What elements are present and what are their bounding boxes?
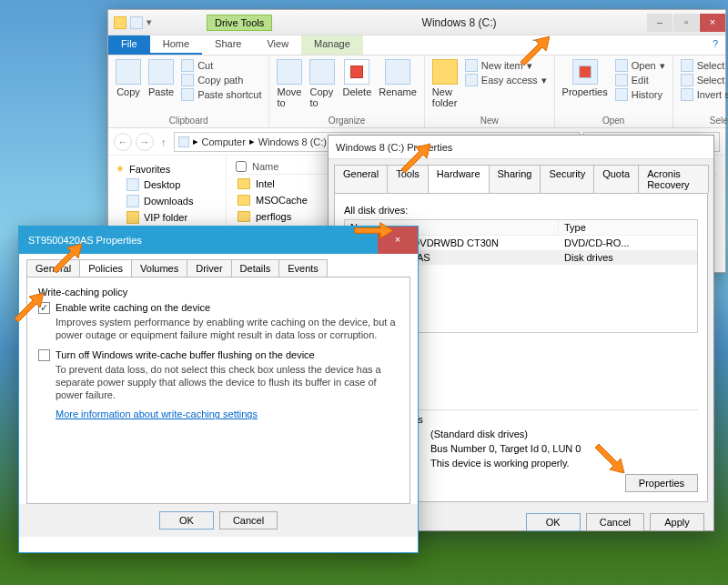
breadcrumb-computer[interactable]: Computer <box>202 136 246 147</box>
close-button[interactable]: × <box>378 227 418 254</box>
easy-access-button[interactable]: Easy access ▾ <box>465 74 547 86</box>
group-new-title: New <box>480 116 499 126</box>
nav-favorites[interactable]: ★Favorites <box>112 161 222 177</box>
apply-button[interactable]: Apply <box>650 513 704 531</box>
tab-security[interactable]: Security <box>540 165 594 193</box>
edit-button[interactable]: Edit <box>615 74 665 86</box>
tab-volumes[interactable]: Volumes <box>131 259 187 277</box>
device-properties-button[interactable]: Properties <box>625 474 698 492</box>
edit-icon <box>615 74 628 86</box>
dialog-titlebar[interactable]: Windows 8 (C:) Properties <box>329 136 713 159</box>
tab-share[interactable]: Share <box>202 35 254 55</box>
qat-props-icon[interactable] <box>130 16 143 29</box>
tab-view[interactable]: View <box>254 35 301 55</box>
drive-icon <box>178 136 189 147</box>
minimize-button[interactable]: – <box>647 14 672 32</box>
new-folder-button[interactable]: New folder <box>432 59 458 108</box>
history-icon <box>615 88 628 101</box>
close-button[interactable]: × <box>700 14 725 32</box>
downloads-icon <box>126 195 139 207</box>
copy-label: Copy <box>116 86 140 97</box>
tab-manage[interactable]: Manage <box>301 35 363 55</box>
folder-icon <box>238 211 250 222</box>
turnoff-buffer-label: Turn off Windows write-cache buffer flus… <box>56 349 315 360</box>
paste-label: Paste <box>148 86 174 97</box>
tab-driver[interactable]: Driver <box>187 259 231 277</box>
open-button[interactable]: Open ▾ <box>615 59 665 72</box>
star-icon: ★ <box>116 163 125 175</box>
cut-button[interactable]: Cut <box>181 59 261 72</box>
properties-check-icon <box>579 66 592 78</box>
copy-path-icon <box>181 74 194 86</box>
select-none-button[interactable]: Select none <box>681 74 728 86</box>
copy-to-button[interactable]: Copy to <box>309 59 335 108</box>
help-icon[interactable]: ? <box>705 35 725 55</box>
tab-general[interactable]: General <box>334 165 388 193</box>
ok-button[interactable]: OK <box>159 511 214 530</box>
history-button[interactable]: History <box>615 88 665 101</box>
tab-policies[interactable]: Policies <box>79 259 132 277</box>
group-clipboard-title: Clipboard <box>169 116 208 126</box>
tab-sharing[interactable]: Sharing <box>489 165 541 193</box>
nav-desktop[interactable]: Desktop <box>112 177 222 193</box>
move-to-button[interactable]: Move to <box>277 59 302 108</box>
nav-vip-folder[interactable]: VIP folder <box>112 209 222 226</box>
all-drives-label: All disk drives: <box>344 205 698 216</box>
select-all-icon <box>681 59 693 72</box>
open-icon <box>615 59 628 72</box>
chevron-right-icon[interactable]: ▸ <box>249 136 255 147</box>
paste-shortcut-icon <box>181 88 194 101</box>
easy-access-icon <box>465 74 478 86</box>
copy-button[interactable]: Copy <box>116 59 141 97</box>
tab-general[interactable]: General <box>26 259 80 277</box>
select-all-checkbox[interactable] <box>236 161 247 172</box>
properties-button[interactable]: Properties <box>562 59 608 97</box>
more-info-link[interactable]: More information about write-caching set… <box>56 408 258 419</box>
invert-selection-button[interactable]: Invert selection <box>681 88 728 101</box>
contextual-tab-drive-tools[interactable]: Drive Tools <box>207 15 272 31</box>
maximize-button[interactable]: ▫ <box>673 14 699 32</box>
back-button[interactable]: ← <box>114 133 132 151</box>
tab-quota[interactable]: Quota <box>593 165 639 193</box>
enable-write-cache-label: Enable write caching on the device <box>56 302 210 313</box>
tab-events[interactable]: Events <box>278 259 328 277</box>
ok-button[interactable]: OK <box>526 513 581 531</box>
new-item-button[interactable]: New item ▾ <box>465 59 547 72</box>
tab-hardware[interactable]: Hardware <box>428 165 490 193</box>
tab-acronis[interactable]: Acronis Recovery <box>638 165 709 193</box>
qat-folder-icon[interactable] <box>114 16 126 29</box>
qat-dropdown-icon[interactable]: ▾ <box>147 16 152 29</box>
dialog-title: ST9500420AS Properties <box>28 235 142 246</box>
dialog-titlebar[interactable]: ST9500420AS Properties × <box>19 227 418 254</box>
turnoff-buffer-desc: To prevent data loss, do not select this… <box>38 363 399 402</box>
tab-file[interactable]: File <box>108 35 150 55</box>
explorer-titlebar[interactable]: ▾ Drive Tools Windows 8 (C:) – ▫ × <box>108 10 725 35</box>
turnoff-buffer-checkbox[interactable] <box>38 349 50 361</box>
col-type[interactable]: Type <box>559 220 697 235</box>
tab-details[interactable]: Details <box>231 259 280 277</box>
nav-downloads[interactable]: Downloads <box>112 193 222 209</box>
paste-shortcut-button[interactable]: Paste shortcut <box>181 88 261 101</box>
tab-tools[interactable]: Tools <box>387 165 429 193</box>
desktop-icon <box>126 178 139 191</box>
chevron-right-icon[interactable]: ▸ <box>193 136 198 147</box>
paste-button[interactable]: Paste <box>148 59 174 97</box>
cancel-button[interactable]: Cancel <box>219 511 278 530</box>
delete-icon <box>350 66 363 78</box>
delete-button[interactable]: Delete <box>342 59 371 97</box>
rename-button[interactable]: Rename <box>379 59 417 97</box>
copy-path-button[interactable]: Copy path <box>181 74 261 86</box>
forward-button[interactable]: → <box>136 133 154 151</box>
enable-write-cache-checkbox[interactable] <box>38 302 50 314</box>
tab-home[interactable]: Home <box>150 35 202 55</box>
window-title: Windows 8 (C:) <box>272 16 646 29</box>
cancel-button[interactable]: Cancel <box>586 513 644 531</box>
breadcrumb-drive[interactable]: Windows 8 (C:) <box>258 136 327 147</box>
up-button[interactable]: ↑ <box>157 136 170 147</box>
enable-write-cache-desc: Improves system performance by enabling … <box>38 316 399 342</box>
ribbon-collapse-icon[interactable]: ˆ <box>525 35 543 55</box>
select-all-button[interactable]: Select all <box>681 59 728 72</box>
group-select-title: Select <box>710 116 728 126</box>
folder-icon <box>238 178 250 189</box>
status-value: This device is working properly. <box>430 458 698 469</box>
